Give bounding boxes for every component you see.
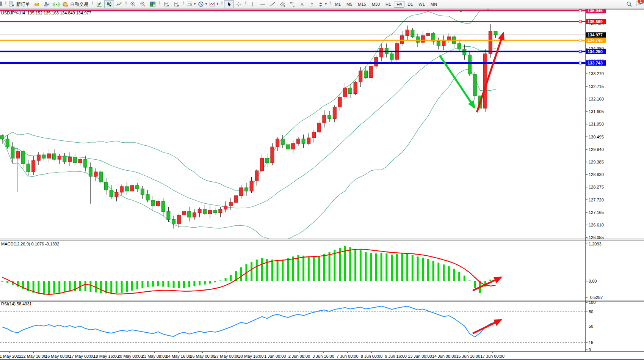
macd-histogram-bar [251, 262, 252, 281]
macd-histogram-bar [365, 252, 367, 281]
symbol-ohlc-header: USDJPY-,H4 135.152 135.163 134.849 134.9… [1, 11, 91, 15]
macd-histogram-bar [349, 247, 351, 281]
tile-windows-button[interactable] [148, 0, 158, 8]
periods-button[interactable]: ▼ [197, 0, 208, 8]
price-tick-label: 129.385 [589, 160, 604, 164]
price-level-badge-label: 134.250 [588, 49, 603, 54]
candlestick-chart-button[interactable] [104, 0, 114, 8]
timeframe-H1[interactable]: H1 [383, 1, 393, 8]
arrows-tool[interactable]: ▼ [317, 0, 328, 8]
macd-histogram-bar [178, 281, 180, 288]
timeframe-M30[interactable]: M30 [369, 1, 382, 8]
rsi-pane[interactable] [0, 306, 586, 343]
candle-body [400, 36, 404, 44]
macd-histogram-bar [214, 281, 216, 282]
signals-button[interactable] [52, 0, 61, 8]
horizontal-line-tool[interactable] [258, 0, 268, 8]
macd-histogram-bar [277, 260, 279, 281]
indicators-button[interactable]: ▼ [186, 0, 197, 8]
timeframe-M15[interactable]: M15 [355, 1, 368, 8]
equidistant-channel-tool[interactable]: E [277, 0, 287, 8]
line-handle[interactable] [579, 20, 581, 23]
auto-trading-button[interactable]: 自动交易 [61, 0, 90, 8]
cursor-tool-button[interactable] [224, 0, 234, 8]
price-tick-label: 132.160 [589, 97, 604, 101]
candle-body [348, 88, 352, 94]
time-axis[interactable]: 11 May 202212 May 16:0016 May 00:0017 Ma… [0, 352, 505, 358]
vertical-line-tool[interactable] [248, 0, 258, 8]
candle-body [224, 206, 227, 209]
timeframe-W1[interactable]: W1 [416, 1, 428, 8]
clipped-edge-icon[interactable] [0, 1, 3, 8]
price-tick-label: 127.165 [589, 210, 604, 215]
macd-histogram-bar [385, 253, 387, 281]
timeframe-MN[interactable]: MN [428, 1, 440, 8]
candle-body [229, 203, 232, 206]
price-level-badge-label: 134.745 [588, 38, 603, 42]
rsi-arrow-annotation[interactable] [473, 320, 501, 333]
text-tool[interactable]: A [297, 0, 307, 8]
chart-shift-icon [174, 1, 180, 7]
zoom-in-button[interactable] [128, 0, 138, 8]
time-tick-label: 14 Jun 08:00 [432, 354, 456, 358]
macd-histogram-bar [401, 253, 403, 281]
macd-histogram-bar [412, 255, 414, 281]
timeframe-H4[interactable]: H4 [394, 1, 404, 8]
chart-shift-button[interactable] [172, 0, 182, 8]
line-chart-button[interactable] [114, 0, 124, 8]
tester-button[interactable] [42, 0, 52, 8]
fibonacci-tool[interactable]: F [287, 0, 297, 8]
timeframe-M5[interactable]: M5 [344, 1, 355, 8]
line-handle[interactable] [579, 50, 581, 53]
macd-histogram-bar [2, 281, 3, 282]
new-order-button[interactable]: 新订单 [8, 0, 32, 8]
line-handle[interactable] [579, 9, 581, 12]
macd-histogram-bar [188, 281, 190, 287]
macd-histogram-bar [458, 272, 460, 281]
timeframe-M1[interactable]: M1 [332, 1, 343, 8]
chart-canvas[interactable]: 136.045135.490134.935134.380133.825133.2… [0, 0, 644, 360]
chart-area[interactable]: 136.045135.490134.935134.380133.825133.2… [0, 0, 644, 360]
auto-scroll-button[interactable] [162, 0, 172, 8]
candle-body [354, 82, 357, 94]
time-tick-label: 16 May 00:00 [45, 354, 71, 358]
candle-body [442, 40, 445, 46]
time-tick-label: 7 Jun 00:00 [337, 354, 359, 358]
macd-pane[interactable] [2, 246, 497, 295]
toolbar-grip [125, 1, 127, 7]
templates-button[interactable]: ▼ [208, 0, 220, 8]
toolbar-grip [159, 1, 160, 7]
market-button[interactable] [32, 0, 42, 8]
time-tick-label: 26 May 00:00 [190, 354, 215, 358]
text-label-tool[interactable]: T [307, 0, 317, 8]
candle-body [333, 107, 336, 118]
timeframe-D1[interactable]: D1 [405, 1, 415, 8]
zoom-out-button[interactable] [138, 0, 148, 8]
time-tick-label: 27 May 08:00 [214, 354, 240, 358]
candle-body [271, 147, 274, 163]
candle-body [32, 160, 35, 172]
candle-body [240, 188, 243, 196]
candle-body [182, 212, 186, 215]
macd-histogram-bar [85, 281, 86, 291]
search-icon[interactable] [626, 1, 632, 7]
time-tick-label: 3 Jun 16:00 [312, 354, 334, 358]
macd-histogram-bar [427, 259, 429, 281]
gold-ingot-icon [34, 1, 40, 7]
trendline-tool[interactable] [268, 0, 277, 8]
bar-chart-icon [96, 1, 102, 7]
line-handle[interactable] [579, 62, 581, 64]
line-handle[interactable] [579, 39, 581, 41]
macd-histogram-bar [157, 281, 159, 286]
main-pane[interactable] [1, 7, 498, 241]
candle-body [172, 220, 175, 224]
bar-chart-button[interactable] [94, 0, 104, 8]
candle-body [73, 157, 77, 163]
candle-body [489, 31, 492, 54]
candle-body [219, 209, 222, 213]
candle-body [416, 37, 420, 42]
candle-body [136, 186, 139, 189]
new-order-icon [8, 1, 14, 7]
notifications-button[interactable]: 1 [635, 0, 642, 8]
crosshair-tool-button[interactable] [234, 0, 244, 8]
